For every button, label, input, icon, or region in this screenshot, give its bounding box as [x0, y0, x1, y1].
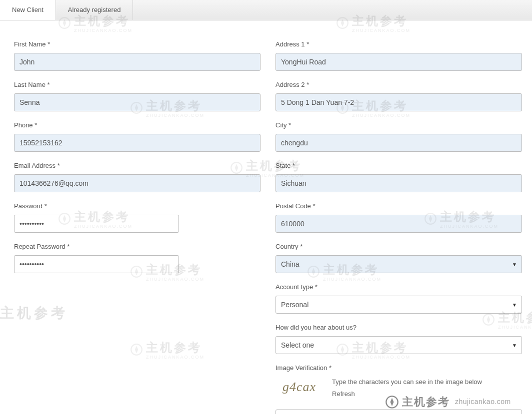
address2-input[interactable]: [276, 93, 522, 111]
address1-label: Address 1 *: [276, 40, 522, 48]
tab-bar: New Client Already registered: [0, 0, 532, 20]
verify-label: Image Verification *: [276, 364, 522, 372]
tab-new-client[interactable]: New Client: [0, 0, 56, 20]
right-column: Address 1 * Address 2 * City * State * P…: [276, 40, 522, 414]
postal-input[interactable]: [276, 215, 522, 233]
left-column: First Name * Last Name * Phone * Email A…: [14, 40, 260, 414]
account-type-select[interactable]: Personal: [276, 296, 522, 314]
last-name-input[interactable]: [14, 93, 260, 111]
country-label: Country *: [276, 243, 522, 250]
address1-input[interactable]: [276, 53, 522, 71]
captcha-hint: Type the characters you can see in the i…: [332, 378, 482, 386]
address2-label: Address 2 *: [276, 81, 522, 88]
first-name-label: First Name *: [14, 40, 260, 48]
captcha-refresh-link[interactable]: Refresh: [332, 389, 355, 400]
state-input[interactable]: [276, 174, 522, 192]
hear-label: How did you hear about us?: [276, 324, 522, 331]
state-label: State *: [276, 162, 522, 169]
repeat-password-label: Repeat Password *: [14, 243, 260, 250]
email-label: Email Address *: [14, 162, 260, 169]
password-label: Password *: [14, 202, 260, 210]
phone-label: Phone *: [14, 121, 260, 129]
phone-input[interactable]: [14, 134, 260, 152]
last-name-label: Last Name *: [14, 81, 260, 88]
account-type-label: Account type *: [276, 283, 522, 291]
tab-already-registered[interactable]: Already registered: [56, 0, 134, 20]
form-content: First Name * Last Name * Phone * Email A…: [0, 20, 532, 414]
city-input[interactable]: [276, 134, 522, 152]
repeat-password-input[interactable]: [14, 255, 179, 273]
captcha-input[interactable]: [276, 410, 522, 414]
postal-label: Postal Code *: [276, 202, 522, 210]
hear-select[interactable]: Select one: [276, 336, 522, 354]
email-input[interactable]: [14, 174, 260, 192]
city-label: City *: [276, 121, 522, 129]
password-input[interactable]: [14, 215, 179, 233]
country-select[interactable]: China: [276, 255, 522, 273]
captcha-image: g4cax: [276, 377, 323, 398]
first-name-input[interactable]: [14, 53, 260, 71]
